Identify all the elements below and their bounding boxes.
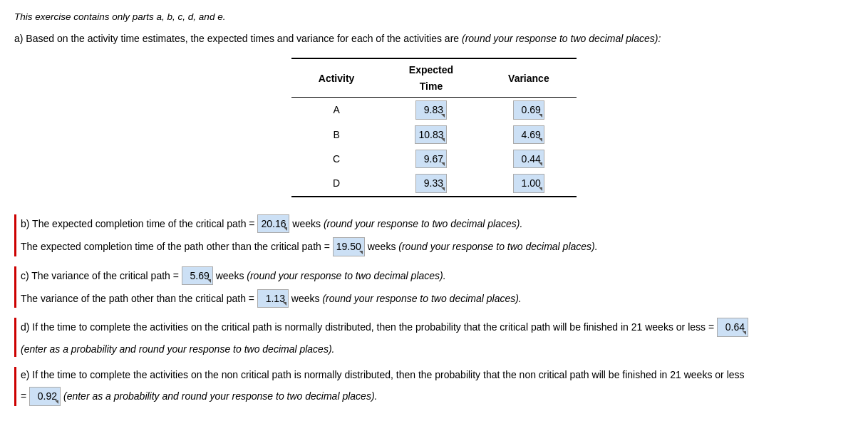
- part-a-qualifier: (round your response to two decimal plac…: [462, 33, 661, 44]
- cell-activity: C: [291, 147, 381, 171]
- part-b-qualifier2: (round your response to two decimal plac…: [398, 241, 597, 252]
- variance-input[interactable]: 0.69: [513, 100, 544, 119]
- cell-variance[interactable]: 0.69: [481, 98, 577, 123]
- variance-input[interactable]: 0.44: [513, 150, 544, 168]
- activity-table: Activity Expected Time Variance A9.830.6…: [291, 58, 577, 197]
- cell-activity: B: [291, 123, 381, 147]
- cell-time[interactable]: 9.33: [381, 171, 481, 196]
- part-a-label: a) Based on the activity time estimates,…: [14, 31, 854, 46]
- cell-variance[interactable]: 1.00: [481, 171, 577, 196]
- intro-text: This exercise contains only parts a, b, …: [14, 11, 854, 22]
- part-c-text2: The variance of the path other than the …: [21, 293, 254, 304]
- part-c-qualifier2: (round your response to two decimal plac…: [322, 293, 521, 304]
- part-c-input1[interactable]: 5.69: [182, 266, 213, 285]
- variance-input[interactable]: 4.69: [513, 125, 544, 144]
- part-e-section: e) If the time to complete the activitie…: [14, 367, 854, 406]
- part-d-input[interactable]: 0.64: [717, 318, 748, 336]
- time-input[interactable]: 9.83: [415, 100, 447, 119]
- table-row: A9.830.69: [291, 98, 577, 123]
- table-row: C9.670.44: [291, 147, 577, 171]
- part-b-input1[interactable]: 20.16: [257, 214, 289, 233]
- cell-time[interactable]: 10.83: [381, 123, 481, 147]
- part-b-text1: b) The expected completion time of the c…: [21, 218, 255, 229]
- part-c-qualifier1: (round your response to two decimal plac…: [247, 270, 445, 281]
- variance-input[interactable]: 1.00: [513, 174, 544, 192]
- part-d-qualifier-line: (enter as a probability and round your r…: [21, 341, 854, 357]
- cell-activity: D: [291, 171, 381, 196]
- cell-activity: A: [291, 98, 381, 123]
- part-e-text: e) If the time to complete the activitie…: [21, 369, 745, 380]
- cell-variance[interactable]: 4.69: [481, 123, 577, 147]
- part-e-value-line: = 0.92 (enter as a probability and round…: [21, 387, 854, 405]
- col-expected-time: Expected Time: [381, 58, 481, 97]
- part-c-text1: c) The variance of the critical path =: [21, 270, 179, 281]
- part-a-text: a) Based on the activity time estimates,…: [14, 33, 459, 44]
- part-e-line: e) If the time to complete the activitie…: [21, 367, 854, 383]
- cell-time[interactable]: 9.83: [381, 98, 481, 123]
- part-b-line1: b) The expected completion time of the c…: [21, 214, 854, 233]
- part-b-input2[interactable]: 19.50: [333, 237, 365, 256]
- part-b-qualifier1: (round your response to two decimal plac…: [324, 218, 522, 229]
- time-input[interactable]: 10.83: [415, 125, 447, 144]
- part-c-line2: The variance of the path other than the …: [21, 289, 854, 308]
- part-b-section: b) The expected completion time of the c…: [14, 214, 854, 256]
- part-b-line2: The expected completion time of the path…: [21, 237, 854, 256]
- time-input[interactable]: 9.33: [415, 174, 447, 192]
- part-c-section: c) The variance of the critical path = 5…: [14, 266, 854, 308]
- part-d-line: d) If the time to complete the activitie…: [21, 318, 854, 336]
- part-b-text2: The expected completion time of the path…: [21, 241, 330, 252]
- cell-time[interactable]: 9.67: [381, 147, 481, 171]
- part-c-line1: c) The variance of the critical path = 5…: [21, 266, 854, 285]
- part-d-text: d) If the time to complete the activitie…: [21, 321, 714, 333]
- part-a-section: a) Based on the activity time estimates,…: [14, 31, 854, 204]
- part-e-eq: =: [21, 390, 26, 402]
- part-d-section: d) If the time to complete the activitie…: [14, 318, 854, 357]
- part-e-qualifier: (enter as a probability and round your r…: [63, 390, 377, 402]
- part-d-qualifier: (enter as a probability and round your r…: [21, 343, 334, 355]
- part-c-input2[interactable]: 1.13: [257, 289, 289, 308]
- col-activity: Activity: [291, 58, 381, 97]
- table-row: B10.834.69: [291, 123, 577, 147]
- activity-table-wrapper: Activity Expected Time Variance A9.830.6…: [14, 51, 854, 204]
- cell-variance[interactable]: 0.44: [481, 147, 577, 171]
- part-e-input[interactable]: 0.92: [29, 387, 61, 405]
- table-row: D9.331.00: [291, 171, 577, 196]
- col-variance: Variance: [481, 58, 577, 97]
- time-input[interactable]: 9.67: [415, 150, 447, 168]
